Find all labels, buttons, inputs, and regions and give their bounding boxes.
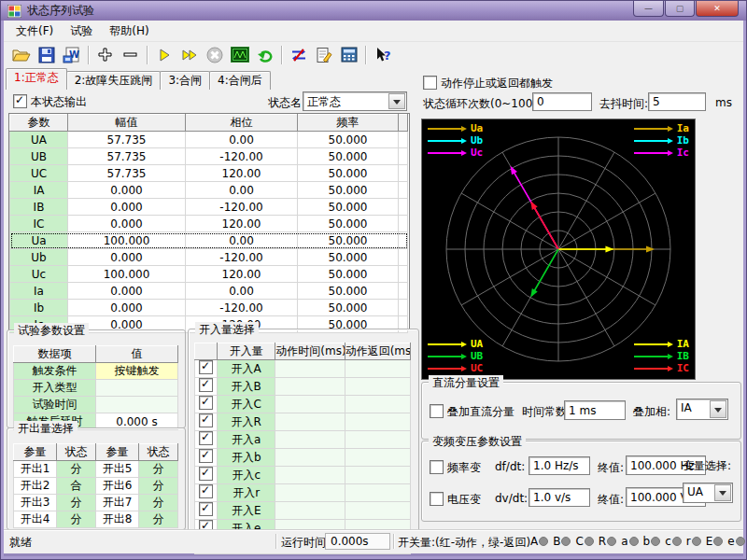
phase-cell[interactable]: -120.00: [186, 249, 298, 266]
frequency-cell[interactable]: 50.000: [298, 300, 399, 316]
table-row[interactable]: UB57.735-120.0050.000: [10, 148, 408, 165]
out-state[interactable]: 分: [57, 495, 96, 511]
out-row[interactable]: 开出4分开出8分: [14, 511, 178, 528]
amplitude-cell[interactable]: 57.735: [68, 148, 186, 165]
in-checkbox[interactable]: [199, 502, 213, 516]
frequency-cell[interactable]: 50.000: [298, 148, 399, 165]
minimize-button[interactable]: —: [633, 1, 664, 17]
chevron-down-icon[interactable]: [388, 93, 405, 109]
col-param[interactable]: 参数: [10, 115, 68, 132]
in-checkbox[interactable]: [199, 396, 213, 410]
phase-cell[interactable]: -120.00: [186, 199, 298, 216]
export-word-button[interactable]: W: [59, 44, 84, 66]
in-row[interactable]: 开入R: [195, 413, 411, 431]
in-row[interactable]: 开入c: [195, 467, 411, 484]
param-value[interactable]: [96, 397, 178, 413]
col-frequency[interactable]: 频率: [298, 115, 399, 132]
out-state[interactable]: 分: [139, 511, 178, 528]
debounce-input[interactable]: [648, 92, 706, 111]
phasor-tool-button[interactable]: [286, 44, 311, 66]
calculator-button[interactable]: [336, 44, 361, 66]
table-row-selected[interactable]: Ua100.0000.0050.000: [10, 232, 408, 249]
table-row[interactable]: Ub0.000-120.0050.000: [10, 249, 408, 266]
amplitude-cell[interactable]: 100.000: [68, 232, 186, 249]
tab-state-4[interactable]: 4:合闸后: [209, 71, 271, 90]
in-checkbox[interactable]: [199, 449, 213, 463]
frequency-cell[interactable]: 50.000: [298, 199, 399, 216]
phase-cell[interactable]: 120.00: [186, 216, 298, 232]
freq-change-checkbox[interactable]: [430, 460, 444, 474]
table-row[interactable]: IB0.000-120.0050.000: [10, 199, 408, 216]
in-row[interactable]: 开入B: [195, 378, 411, 396]
frequency-cell[interactable]: 50.000: [298, 182, 399, 199]
report-edit-button[interactable]: [311, 44, 336, 66]
phase-cell[interactable]: 0.00: [186, 283, 298, 300]
in-checkbox[interactable]: [199, 378, 213, 392]
in-row[interactable]: 开入b: [195, 449, 411, 467]
phase-cell[interactable]: 0.00: [186, 132, 298, 148]
close-button[interactable]: ✕: [696, 1, 739, 17]
amplitude-cell[interactable]: 57.735: [68, 165, 186, 182]
start-fast-button[interactable]: [176, 44, 202, 66]
table-row[interactable]: UA57.7350.0050.000: [10, 132, 408, 148]
amplitude-cell[interactable]: 0.000: [68, 300, 186, 316]
state-name-combo[interactable]: 正常态: [303, 91, 407, 111]
table-row[interactable]: IC0.000120.0050.000: [10, 216, 408, 232]
col-phase[interactable]: 相位: [186, 115, 298, 132]
frequency-cell[interactable]: 50.000: [298, 132, 399, 148]
maximize-button[interactable]: ▢: [665, 1, 695, 17]
chevron-down-icon[interactable]: [714, 484, 731, 501]
dvdt-input[interactable]: [529, 488, 590, 507]
variable-select-combo[interactable]: UA: [683, 483, 733, 503]
save-button[interactable]: [34, 44, 59, 66]
phase-cell[interactable]: -120.00: [186, 148, 298, 165]
phase-cell[interactable]: 0.00: [186, 182, 298, 199]
cycle-count-input[interactable]: [532, 92, 592, 111]
table-row[interactable]: IA0.0000.0050.000: [10, 182, 408, 199]
table-row[interactable]: Ib0.000-120.0050.000: [10, 300, 408, 316]
amplitude-cell[interactable]: 0.000: [68, 199, 186, 216]
out-state[interactable]: 分: [139, 461, 178, 478]
param-value[interactable]: [96, 380, 178, 397]
in-checkbox[interactable]: [199, 431, 213, 445]
chevron-down-icon[interactable]: [710, 400, 726, 418]
out-state[interactable]: 分: [57, 461, 96, 478]
phase-cell[interactable]: -120.00: [186, 300, 298, 316]
out-row[interactable]: 开出1分开出5分: [14, 461, 178, 478]
col-amplitude[interactable]: 幅值: [68, 115, 186, 132]
menu-file[interactable]: 文件(F): [7, 21, 62, 42]
phase-cell[interactable]: 120.00: [186, 165, 298, 182]
frequency-cell[interactable]: 50.000: [298, 283, 399, 300]
table-row[interactable]: Uc100.000120.0050.000: [10, 266, 408, 283]
remove-state-button[interactable]: [118, 44, 143, 66]
phase-cell[interactable]: 120.00: [186, 266, 298, 283]
add-state-button[interactable]: [92, 44, 118, 66]
volt-change-checkbox[interactable]: [430, 492, 444, 506]
param-row[interactable]: 开入类型: [14, 380, 178, 397]
out-state[interactable]: 分: [139, 478, 178, 495]
param-row[interactable]: 试验时间: [14, 397, 178, 413]
amplitude-cell[interactable]: 0.000: [68, 182, 186, 199]
stop-button[interactable]: [202, 44, 227, 66]
amplitude-cell[interactable]: 0.000: [68, 216, 186, 232]
param-row[interactable]: 触发条件按键触发: [14, 363, 178, 380]
table-row[interactable]: Ia0.0000.0050.000: [10, 283, 408, 300]
amplitude-cell[interactable]: 0.000: [68, 283, 186, 300]
dc-overlay-checkbox[interactable]: [430, 404, 444, 418]
tab-state-2[interactable]: 2:故障失压跳闸: [66, 71, 162, 90]
time-constant-input[interactable]: [564, 400, 626, 420]
frequency-cell[interactable]: 50.000: [298, 232, 399, 249]
out-state[interactable]: 分: [57, 511, 96, 528]
menu-help[interactable]: 帮助(H): [101, 21, 157, 42]
phase-cell[interactable]: 0.00: [186, 232, 298, 249]
in-row[interactable]: 开入E: [195, 502, 411, 520]
out-state[interactable]: 合: [57, 478, 96, 495]
in-row[interactable]: 开入a: [195, 431, 411, 449]
context-help-button[interactable]: ?: [370, 44, 395, 66]
open-button[interactable]: [8, 44, 34, 66]
menu-test[interactable]: 试验: [62, 21, 101, 42]
state-output-checkbox[interactable]: [13, 94, 27, 108]
amplitude-cell[interactable]: 0.000: [68, 249, 186, 266]
tab-state-1[interactable]: 1:正常态: [6, 68, 67, 90]
overlay-phase-combo[interactable]: IA: [676, 399, 728, 420]
